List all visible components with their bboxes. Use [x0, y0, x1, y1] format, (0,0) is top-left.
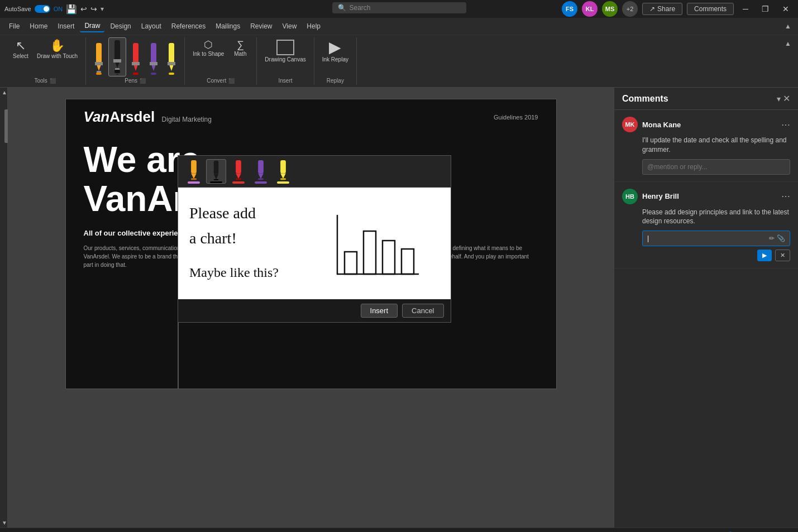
canvas-icon: [276, 40, 294, 55]
ink-to-math-button[interactable]: ∑ Math: [228, 37, 252, 60]
svg-rect-22: [169, 73, 174, 75]
svg-rect-29: [236, 160, 241, 173]
comment-options-2[interactable]: ⋯: [781, 191, 790, 202]
pen-black[interactable]: [108, 37, 126, 76]
comment-discard-button[interactable]: ✕: [775, 250, 790, 261]
svg-rect-14: [133, 73, 138, 75]
comment-author-row-2: HB Henry Brill ⋯: [622, 189, 790, 204]
avatar-ms[interactable]: MS: [602, 1, 618, 17]
share-button[interactable]: ↗ Share: [642, 3, 682, 15]
svg-rect-19: [169, 43, 174, 63]
ink-canvas[interactable]: Please add a chart! Maybe like this?: [178, 188, 451, 299]
maximize-button[interactable]: ❐: [757, 2, 773, 16]
svg-marker-36: [280, 173, 286, 179]
svg-rect-26: [213, 161, 218, 174]
convert-label: Convert ⬛: [207, 76, 235, 85]
menu-mailings[interactable]: Mailings: [211, 21, 245, 32]
svg-rect-25: [191, 178, 197, 180]
drawing-canvas-button[interactable]: Drawing Canvas: [261, 37, 309, 65]
tools-expand-icon[interactable]: ⬛: [50, 78, 56, 84]
ribbon-content: ↖ Select ✋ Draw with Touch Tools ⬛: [0, 35, 798, 87]
pens-expand-icon[interactable]: ⬛: [140, 78, 146, 84]
redo-button[interactable]: ↪: [90, 4, 97, 13]
cancel-button[interactable]: Cancel: [402, 304, 443, 318]
ink-drawing: Please add a chart! Maybe like this?: [178, 188, 435, 299]
tools-items: ↖ Select ✋ Draw with Touch: [9, 37, 81, 76]
menu-review[interactable]: Review: [246, 21, 276, 32]
comment-reply-input-1[interactable]: [647, 163, 785, 171]
ribbon-collapse-button[interactable]: ▲: [782, 21, 794, 31]
comment-active-input-2[interactable]: ✏ 📎: [642, 231, 790, 246]
svg-rect-23: [191, 160, 197, 173]
comments-title: Comments: [622, 94, 668, 104]
menu-view[interactable]: View: [278, 21, 302, 32]
ink-pen-orange[interactable]: [184, 159, 204, 184]
scroll-down[interactable]: ▼: [0, 518, 7, 528]
document-area: VanArsdel Digital Marketing Guidelines 2…: [8, 88, 614, 528]
comments-panel-header: Comments ▾ ✕: [614, 88, 798, 110]
select-button[interactable]: ↖ Select: [9, 37, 32, 62]
ribbon-group-tools: ↖ Select ✋ Draw with Touch Tools ⬛: [4, 37, 86, 85]
menu-layout[interactable]: Layout: [137, 21, 166, 32]
svg-rect-2: [95, 62, 103, 65]
comment-reply-1[interactable]: [642, 159, 790, 175]
convert-expand-icon[interactable]: ⬛: [228, 78, 235, 84]
pen-yellow[interactable]: [163, 41, 180, 76]
more-users[interactable]: +2: [622, 1, 638, 17]
pen-orange[interactable]: [90, 41, 107, 76]
svg-marker-27: [213, 174, 218, 180]
comments-close-button[interactable]: ✕: [783, 93, 790, 104]
ink-popup-actions: Insert Cancel: [178, 299, 451, 322]
vertical-scrollbar[interactable]: ▲ ▼: [0, 88, 8, 528]
menu-help[interactable]: Help: [302, 21, 325, 32]
ink-pen-purple[interactable]: [251, 159, 271, 184]
menu-draw[interactable]: Draw: [80, 20, 104, 32]
autosave-label: AutoSave: [4, 6, 31, 12]
comments-toggle-button[interactable]: Comments: [687, 3, 734, 15]
insert-button[interactable]: Insert: [361, 304, 398, 318]
ink-pen-black[interactable]: [206, 159, 226, 184]
search-box[interactable]: 🔍 Search: [332, 2, 466, 13]
save-button[interactable]: 💾: [66, 4, 77, 15]
more-commands-icon[interactable]: ▾: [101, 5, 104, 13]
ribbon-group-pens: Pens ⬛: [86, 37, 185, 85]
comment-text-input-2[interactable]: [647, 234, 767, 242]
menu-home[interactable]: Home: [25, 21, 52, 32]
comment-author-info-1: MK Mona Kane: [622, 117, 681, 132]
insert-items: Drawing Canvas: [261, 37, 309, 76]
pen-red[interactable]: [127, 41, 144, 76]
avatar-kl[interactable]: KL: [582, 1, 598, 17]
pen-purple[interactable]: [145, 41, 162, 76]
minimize-button[interactable]: ─: [738, 2, 753, 16]
draw-with-touch-button[interactable]: ✋ Draw with Touch: [34, 37, 81, 62]
svg-rect-11: [133, 43, 138, 63]
ink-replay-button[interactable]: ▶ Ink Replay: [319, 37, 352, 65]
comments-panel: Comments ▾ ✕ MK Mona Kane ⋯ I'll update …: [614, 88, 798, 528]
ink-pen-yellow[interactable]: [273, 159, 293, 184]
svg-rect-9: [114, 70, 120, 73]
ribbon-collapse-right[interactable]: ▲: [782, 37, 794, 50]
avatar-fs[interactable]: FS: [562, 1, 577, 17]
comments-expand-icon[interactable]: ▾: [777, 94, 781, 103]
ink-pen-red[interactable]: [228, 159, 249, 184]
insert-label: Insert: [279, 76, 293, 85]
svg-rect-46: [402, 249, 414, 274]
svg-text:Maybe like this?: Maybe like this?: [189, 265, 279, 280]
search-icon: 🔍: [338, 4, 346, 12]
autosave-toggle[interactable]: [35, 5, 50, 13]
ink-to-shape-button[interactable]: ⬡ Ink to Shape: [189, 37, 227, 60]
comment-options-1[interactable]: ⋯: [781, 119, 790, 130]
undo-button[interactable]: ↩: [80, 4, 87, 13]
menu-insert[interactable]: Insert: [53, 21, 79, 32]
svg-rect-32: [258, 160, 264, 173]
scroll-up[interactable]: ▲: [0, 88, 7, 97]
menu-bar: File Home Insert Draw Design Layout Refe…: [0, 18, 798, 35]
touch-icon: ✋: [50, 40, 65, 52]
comment-send-button[interactable]: ▶: [757, 250, 772, 261]
svg-rect-18: [151, 73, 156, 75]
menu-file[interactable]: File: [4, 21, 24, 32]
menu-references[interactable]: References: [167, 21, 210, 32]
svg-rect-7: [113, 59, 121, 63]
menu-design[interactable]: Design: [106, 21, 135, 32]
close-button[interactable]: ✕: [778, 2, 794, 16]
